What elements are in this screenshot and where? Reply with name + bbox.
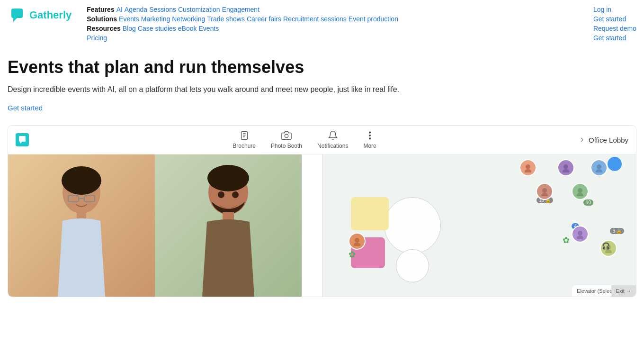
- nav-link-events-marketing[interactable]: Events Marketing: [119, 15, 170, 23]
- svg-point-24: [541, 193, 548, 196]
- brochure-icon: [239, 130, 250, 141]
- logo-text: Gatherly: [29, 9, 72, 21]
- video-frame-1: [8, 154, 155, 297]
- svg-rect-1: [241, 132, 247, 140]
- svg-point-30: [577, 235, 583, 239]
- svg-point-20: [563, 169, 569, 172]
- map-table-1: [351, 197, 389, 230]
- hero-cta-button[interactable]: Get started: [8, 104, 43, 112]
- navbar: Gatherly Features AI Agenda Sessions Cus…: [0, 0, 644, 47]
- photobooth-label: Photo Booth: [271, 143, 302, 149]
- svg-point-4: [369, 135, 371, 136]
- nav-link-events[interactable]: Events: [199, 25, 219, 32]
- more-label: More: [363, 143, 376, 149]
- room-label: Office Lobby: [578, 136, 628, 144]
- svg-point-32: [605, 250, 612, 253]
- logo[interactable]: Gatherly: [8, 6, 72, 25]
- svg-point-2: [285, 134, 288, 137]
- photobooth-icon: [281, 130, 292, 141]
- notifications-label: Notifications: [317, 143, 348, 149]
- nav-actions: Log in Get started Request demo Get star…: [593, 6, 636, 42]
- map-avatar-7: [572, 226, 589, 243]
- demo-more-nav[interactable]: More: [363, 130, 376, 149]
- solutions-label: Solutions: [87, 15, 117, 23]
- map-star-2: ✿: [563, 235, 570, 245]
- map-avatar-2: [557, 159, 574, 176]
- map-gathering-circle-large: [384, 197, 441, 254]
- demo-logo-icon: [18, 136, 27, 144]
- lock-icon-2: 🔒: [616, 228, 622, 234]
- map-avatar-3: [590, 159, 608, 176]
- svg-point-14: [218, 191, 224, 198]
- svg-point-25: [578, 188, 582, 193]
- video-frame-2: [155, 154, 302, 297]
- nav-link-ebook[interactable]: eBook: [178, 25, 197, 32]
- nav-link-recruitment[interactable]: Recruitment sessions: [283, 15, 347, 23]
- nav-link-customization[interactable]: Customization: [178, 6, 220, 13]
- demo-area: Brochure Photo Booth Notifications: [8, 125, 636, 297]
- person-1-figure: [34, 154, 129, 297]
- svg-point-7: [62, 166, 101, 195]
- nav-link-blog[interactable]: Blog: [123, 25, 136, 32]
- map-avatar-1: [519, 159, 537, 176]
- svg-point-13: [207, 165, 249, 191]
- nav-link-ai[interactable]: AI: [116, 6, 123, 13]
- resources-row: Resources Blog Case studies eBook Events: [87, 25, 398, 32]
- map-avatar-6: [349, 233, 366, 250]
- nav-sections: Features AI Agenda Sessions Customizatio…: [87, 6, 398, 42]
- login-link[interactable]: Log in: [593, 6, 636, 13]
- demo-brochure-nav[interactable]: Brochure: [233, 130, 256, 149]
- get-started-link[interactable]: Get started: [593, 15, 636, 23]
- map-headphones: 🎧: [602, 242, 610, 250]
- map-badge-center: 10: [583, 199, 593, 206]
- svg-point-29: [578, 231, 582, 235]
- svg-point-15: [232, 191, 239, 198]
- nav-link-sessions[interactable]: Sessions: [149, 6, 176, 13]
- brochure-label: Brochure: [233, 143, 256, 149]
- nav-link-trade-shows[interactable]: Trade shows: [207, 15, 245, 23]
- nav-link-case-studies[interactable]: Case studies: [138, 25, 176, 32]
- svg-point-19: [564, 164, 568, 169]
- demo-map: 10 🔒 10 ✿ ✿ 4: [322, 154, 636, 297]
- nav-link-engagement[interactable]: Engagement: [222, 6, 259, 13]
- svg-point-27: [355, 238, 359, 243]
- svg-point-3: [369, 132, 371, 133]
- svg-point-5: [369, 138, 371, 139]
- demo-photobooth-nav[interactable]: Photo Booth: [271, 130, 302, 149]
- svg-point-18: [525, 169, 531, 172]
- map-star-1: ✿: [349, 249, 356, 260]
- more-icon: [365, 130, 375, 141]
- hero-subtitle: Design incredible events with AI, all on…: [8, 84, 419, 95]
- demo-topbar: Brochure Photo Booth Notifications: [8, 126, 636, 154]
- svg-point-23: [542, 188, 547, 193]
- map-badge-5-lock: 5 🔒: [610, 228, 624, 234]
- svg-point-26: [577, 193, 583, 196]
- map-avatar-5: [572, 183, 589, 200]
- badge-center-text: 10: [586, 200, 591, 205]
- svg-point-17: [526, 164, 530, 169]
- demo-videos: [8, 154, 322, 297]
- hero-section: Events that plan and run themselves Desi…: [0, 47, 426, 118]
- nav-link-event-production[interactable]: Event production: [349, 15, 398, 23]
- demo-content: 10 🔒 10 ✿ ✿ 4: [8, 154, 636, 297]
- nav-link-career-fairs[interactable]: Career fairs: [247, 15, 281, 23]
- room-name: Office Lobby: [589, 136, 628, 144]
- person-2-figure: [181, 154, 276, 297]
- svg-point-21: [597, 164, 601, 169]
- svg-point-22: [596, 169, 602, 172]
- demo-logo: [16, 133, 29, 146]
- map-blue-circle: [608, 157, 622, 171]
- solutions-row: Solutions Events Marketing Networking Tr…: [87, 15, 398, 23]
- request-demo-link[interactable]: Request demo: [593, 25, 636, 32]
- chevron-right-icon: [578, 136, 586, 144]
- features-row: Features AI Agenda Sessions Customizatio…: [87, 6, 398, 13]
- features-label: Features: [87, 6, 114, 13]
- demo-notifications-nav[interactable]: Notifications: [317, 130, 348, 149]
- demo-nav-icons: Brochure Photo Booth Notifications: [46, 130, 563, 149]
- nav-link-agenda[interactable]: Agenda: [125, 6, 147, 13]
- get-started-link-2[interactable]: Get started: [593, 34, 636, 42]
- resources-label: Resources: [87, 25, 121, 32]
- nav-link-networking[interactable]: Networking: [172, 15, 205, 23]
- nav-link-pricing[interactable]: Pricing: [87, 34, 107, 42]
- exit-button[interactable]: Exit →: [611, 285, 636, 297]
